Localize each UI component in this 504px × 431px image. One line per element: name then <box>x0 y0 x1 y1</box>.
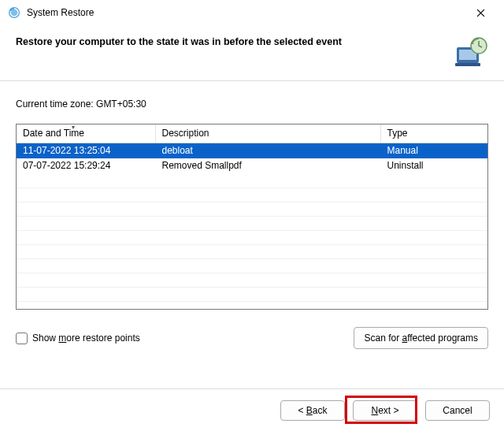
back-button[interactable]: < Back <box>280 400 345 421</box>
next-button[interactable]: Next > <box>353 400 417 421</box>
column-header-description[interactable]: Description <box>155 124 380 143</box>
table-row <box>17 287 487 301</box>
table-row[interactable]: 11-07-2022 13:25:04 debloat Manual <box>17 143 487 159</box>
cell-date: 11-07-2022 13:25:04 <box>17 143 155 159</box>
svg-rect-4 <box>455 63 480 66</box>
show-more-checkbox[interactable]: Show more restore points <box>16 333 140 344</box>
cell-type: Manual <box>380 143 487 159</box>
sort-indicator-icon: ▾ <box>72 124 75 131</box>
table-row <box>17 188 487 202</box>
column-header-date[interactable]: Date and Time ▾ <box>17 124 155 143</box>
table-row[interactable]: 07-07-2022 15:29:24 Removed Smallpdf Uni… <box>17 158 487 173</box>
table-row <box>17 244 487 258</box>
table-row <box>17 202 487 216</box>
restore-points-table[interactable]: Date and Time ▾ Description Type 11-07-2… <box>16 124 488 310</box>
show-more-label: Show more restore points <box>32 333 140 344</box>
content-area: Current time zone: GMT+05:30 Date and Ti… <box>0 81 504 357</box>
header: Restore your computer to the state it wa… <box>0 25 504 81</box>
checkbox-icon <box>16 333 28 344</box>
titlebar: System Restore <box>0 0 504 25</box>
table-row <box>17 216 487 230</box>
table-row <box>17 173 487 188</box>
close-icon <box>476 9 485 17</box>
window-title: System Restore <box>27 7 463 18</box>
cancel-button[interactable]: Cancel <box>425 400 490 421</box>
scan-programs-button[interactable]: Scan for affected programs <box>354 327 488 349</box>
cell-description: debloat <box>155 143 380 159</box>
column-header-type[interactable]: Type <box>380 124 487 143</box>
below-table-controls: Show more restore points Scan for affect… <box>16 327 488 349</box>
table-row <box>17 273 487 287</box>
close-button[interactable] <box>463 1 498 24</box>
restore-hero-icon <box>454 35 488 69</box>
cell-description: Removed Smallpdf <box>155 158 380 173</box>
cell-type: Uninstall <box>380 158 487 173</box>
system-restore-icon <box>8 6 20 19</box>
cell-date: 07-07-2022 15:29:24 <box>17 158 155 173</box>
page-heading: Restore your computer to the state it wa… <box>16 35 446 47</box>
timezone-label: Current time zone: GMT+05:30 <box>16 98 488 110</box>
table-row <box>17 258 487 273</box>
table-row <box>17 230 487 244</box>
footer: < Back Next > Cancel <box>0 388 504 431</box>
